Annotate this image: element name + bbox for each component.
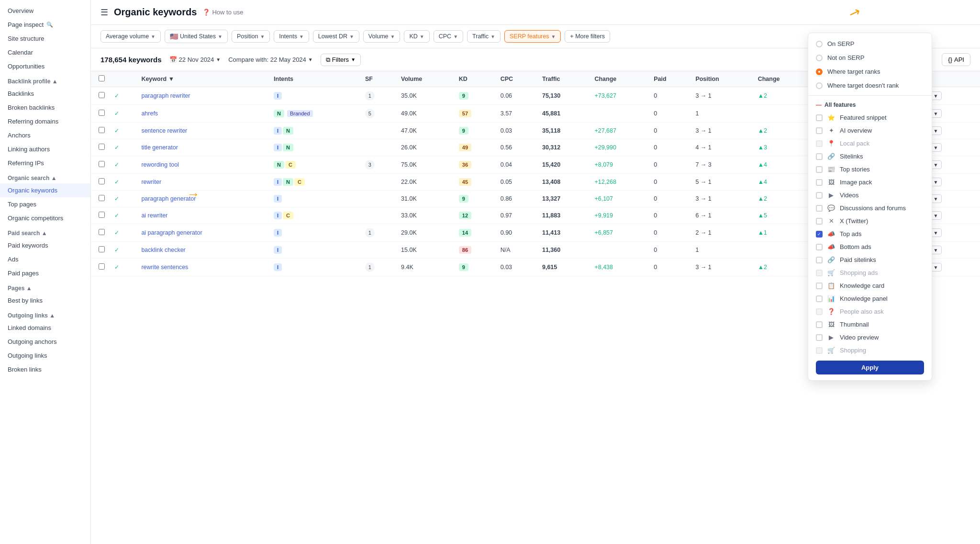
sidebar-item-paid-keywords[interactable]: Paid keywords (0, 238, 90, 252)
volume-filter[interactable]: Volume ▼ (363, 30, 401, 43)
sidebar-item-outgoing-anchors[interactable]: Outgoing anchors (0, 335, 90, 349)
row-position: 4 → 1 (690, 139, 753, 156)
dropdown-item-image-pack[interactable]: 🖼 Image pack (808, 176, 932, 189)
row-checkbox[interactable] (91, 207, 110, 224)
col-position[interactable]: Position (690, 71, 753, 87)
row-traffic-change: +8,079 (590, 156, 649, 174)
sidebar-item-organic-competitors[interactable]: Organic competitors (0, 211, 90, 225)
outgoing-links-header[interactable]: Outgoing links ▲ (0, 307, 90, 321)
radio-where-target-ranks[interactable]: Where target ranks (808, 65, 932, 79)
sidebar-item-broken-backlinks[interactable]: Broken backlinks (0, 101, 90, 114)
cpc-filter[interactable]: CPC ▼ (434, 30, 463, 43)
sidebar-item-anchors[interactable]: Anchors (0, 128, 90, 142)
sidebar-item-referring-ips[interactable]: Referring IPs (0, 156, 90, 170)
sidebar-item-calendar[interactable]: Calendar (0, 45, 90, 59)
sidebar-item-page-inspect[interactable]: Page inspect 🔍 (0, 18, 90, 32)
traffic-filter[interactable]: Traffic ▼ (467, 30, 501, 43)
serp-features-filter[interactable]: SERP features ▼ (504, 30, 561, 43)
avg-volume-filter[interactable]: Average volume ▼ (100, 30, 161, 43)
row-traffic: 30,312 (537, 139, 590, 156)
row-position: 5 → 1 (690, 174, 753, 191)
radio-on-serp[interactable]: On SERP (808, 37, 932, 51)
sidebar-item-opportunities[interactable]: Opportunities (0, 59, 90, 73)
row-checkbox[interactable] (91, 156, 110, 174)
intents-filter[interactable]: Intents ▼ (274, 30, 309, 43)
row-checkbox[interactable] (91, 191, 110, 207)
sidebar-item-organic-keywords[interactable]: Organic keywords (0, 183, 90, 197)
row-checkbox[interactable] (91, 174, 110, 191)
overview-label: Overview (8, 7, 33, 14)
sidebar-item-paid-pages[interactable]: Paid pages (0, 266, 90, 280)
col-volume[interactable]: Volume (396, 71, 454, 87)
radio-not-on-serp[interactable]: Not on SERP (808, 51, 932, 65)
sidebar-item-ads[interactable]: Ads (0, 252, 90, 266)
dropdown-item-bottom-ads[interactable]: 📣 Bottom ads (808, 240, 932, 253)
col-change: Change (590, 71, 649, 87)
sidebar-item-outgoing-links[interactable]: Outgoing links (0, 349, 90, 363)
dropdown-item-sitelinks[interactable]: 🔗 Sitelinks (808, 150, 932, 163)
feature-label: Shopping ads (840, 269, 878, 276)
row-traffic-change: +8,438 (590, 259, 649, 276)
row-position: 1 (690, 242, 753, 259)
filters-button[interactable]: ⧉ Filters ▼ (321, 54, 361, 66)
backlink-profile-header[interactable]: Backlink profile ▲ (0, 73, 90, 87)
dropdown-item-videos[interactable]: ▶ Videos (808, 189, 932, 202)
api-button[interactable]: {} API (942, 53, 970, 66)
row-kd: 9 (454, 123, 496, 139)
row-checkbox[interactable] (91, 224, 110, 242)
col-kd[interactable]: KD (454, 71, 496, 87)
sidebar-item-site-structure[interactable]: Site structure (0, 32, 90, 45)
row-checkbox[interactable] (91, 242, 110, 259)
row-checkbox[interactable] (91, 123, 110, 139)
sidebar-item-linking-authors[interactable]: Linking authors (0, 142, 90, 156)
dropdown-item-ai-overview[interactable]: ✦ AI overview (808, 124, 932, 137)
dropdown-item-knowledge-card[interactable]: 📋 Knowledge card (808, 279, 932, 292)
radio-not-on-serp-indicator (816, 55, 823, 61)
hamburger-icon[interactable]: ☰ (100, 7, 108, 18)
feature-label: Top stories (840, 166, 870, 173)
paid-search-header[interactable]: Paid search ▲ (0, 225, 90, 238)
dropdown-item-featured-snippet[interactable]: ⭐ Featured snippet (808, 111, 932, 124)
kd-filter[interactable]: KD ▼ (404, 30, 429, 43)
position-filter[interactable]: Position ▼ (232, 30, 270, 43)
row-checkbox[interactable] (91, 259, 110, 276)
sidebar-item-referring-domains[interactable]: Referring domains (0, 114, 90, 128)
pages-header[interactable]: Pages ▲ (0, 280, 90, 294)
more-filters-button[interactable]: + More filters (565, 30, 610, 43)
row-cpc: 0.05 (496, 174, 537, 191)
sidebar-item-top-pages[interactable]: Top pages (0, 197, 90, 211)
feature-label: Top ads (840, 230, 862, 238)
sidebar-item-linked-domains[interactable]: Linked domains (0, 321, 90, 335)
how-to-use-link[interactable]: ❓ How to use (202, 9, 243, 16)
row-checkbox[interactable] (91, 105, 110, 123)
sidebar-item-backlinks[interactable]: Backlinks (0, 87, 90, 101)
row-traffic: 35,118 (537, 123, 590, 139)
dropdown-item-paid-sitelinks[interactable]: 🔗 Paid sitelinks (808, 253, 932, 266)
dropdown-item-discussions-and-forums[interactable]: 💬 Discussions and forums (808, 202, 932, 215)
lowest-dr-filter[interactable]: Lowest DR ▼ (313, 30, 359, 43)
col-traffic[interactable]: Traffic (537, 71, 590, 87)
organic-search-header[interactable]: Organic search ▲ (0, 170, 90, 183)
dropdown-item-x-(twitter)[interactable]: ✕ X (Twitter) (808, 215, 932, 227)
radio-where-target-doesnt-rank[interactable]: Where target doesn't rank (808, 79, 932, 92)
checkbox-13 (816, 283, 823, 289)
dropdown-item-top-ads[interactable]: 📣 Top ads (808, 227, 932, 240)
select-all-checkbox[interactable] (99, 75, 105, 81)
row-checkbox[interactable] (91, 87, 110, 105)
apply-button[interactable]: Apply (816, 361, 924, 374)
row-checkbox[interactable] (91, 139, 110, 156)
col-cpc[interactable]: CPC (496, 71, 537, 87)
col-keyword[interactable]: Keyword ▼ (136, 71, 269, 87)
feature-icon: 📊 (827, 295, 835, 302)
row-intents: I (269, 224, 360, 242)
dropdown-item-knowledge-panel[interactable]: 📊 Knowledge panel (808, 292, 932, 305)
sidebar-item-broken-links[interactable]: Broken links (0, 363, 90, 376)
country-filter[interactable]: 🇺🇸 United States ▼ (165, 30, 228, 43)
compare-selector[interactable]: Compare with: 22 May 2024 ▼ (228, 56, 313, 63)
dropdown-item-top-stories[interactable]: 📰 Top stories (808, 163, 932, 176)
dropdown-item-video-preview[interactable]: ▶ Video preview (808, 331, 932, 344)
sidebar-item-overview[interactable]: Overview (0, 4, 90, 18)
date-selector[interactable]: 📅 22 Nov 2024 ▼ (169, 56, 221, 63)
dropdown-item-thumbnail[interactable]: 🖼 Thumbnail (808, 318, 932, 331)
sidebar-item-best-by-links[interactable]: Best by links (0, 294, 90, 307)
